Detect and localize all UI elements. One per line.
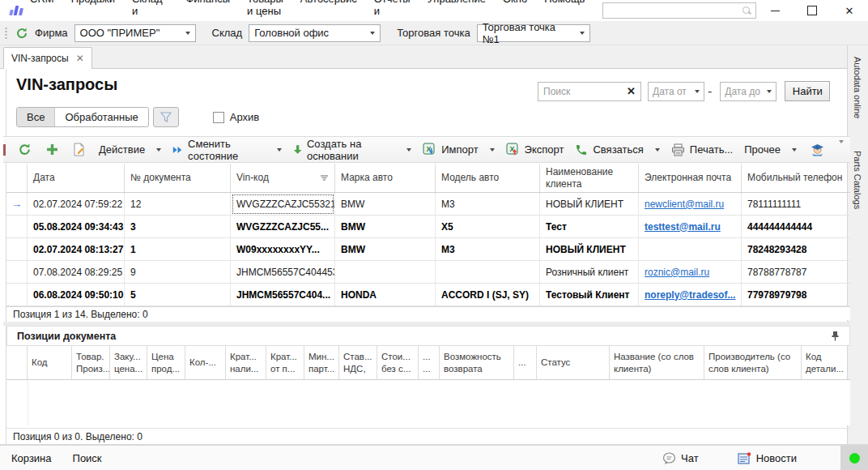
chevron-down-icon [277, 148, 282, 154]
table-row[interactable]: 06.08.2024 09:50:10 5 JHMCM56557C404... … [6, 284, 850, 306]
double-arrow-icon [172, 145, 183, 155]
tab-vin-requests[interactable]: VIN-запросы ✕ [3, 47, 92, 69]
warehouse-select[interactable]: Головной офис [249, 24, 381, 42]
status-bar: Корзина Поиск Чат Н [0, 446, 868, 470]
pos-col-mult-supplier[interactable]: Крат... от п... [266, 346, 304, 379]
table-row[interactable]: 07.08.2024 08:29:25 9 JHMCM56557C404453 … [6, 261, 850, 284]
change-state-dropdown[interactable]: Сменить состояние [167, 139, 287, 160]
toolbar-overflow-button[interactable] [832, 143, 844, 156]
tutor-button[interactable] [802, 139, 832, 160]
refresh-button[interactable] [11, 139, 39, 160]
col-model[interactable]: Модель авто [436, 164, 540, 192]
import-dropdown[interactable]: X Импорт [417, 139, 500, 160]
pos-col-code[interactable]: Код [28, 346, 72, 379]
date-to-picker[interactable]: Дата до [720, 82, 777, 101]
search-input[interactable]: Поиск ✕ [538, 82, 641, 101]
pos-col-min-batch[interactable]: Мин... парт... [304, 346, 339, 379]
email-link[interactable]: testtest@mail.ru [645, 221, 721, 233]
chat-label: Чат [681, 452, 699, 464]
cart-button[interactable]: Корзина [11, 452, 52, 464]
sidetab-autodata-online[interactable]: Autodata online [853, 57, 862, 118]
pos-col-status[interactable]: Статус [537, 346, 610, 379]
date-from-picker[interactable]: Дата от [648, 82, 704, 101]
tab-label: VIN-запросы [11, 53, 69, 64]
more-dropdown[interactable]: Прочее [738, 139, 802, 160]
state-filter-segment: Все Обработанные [16, 107, 149, 127]
positions-grid-header: Код Товар. Произ... Заку... цена... Цена… [6, 345, 850, 380]
tab-close-icon[interactable]: ✕ [76, 53, 84, 64]
pos-col-sale-price[interactable]: Цена прод... [147, 346, 185, 379]
pos-col-client-name-words[interactable]: Название (со слов клиента) [610, 346, 704, 379]
refresh-icon[interactable] [15, 27, 28, 40]
excel-export-icon: X [506, 143, 520, 156]
filter-processed-button[interactable]: Обработанные [55, 108, 147, 126]
application-window: CRM Продажи Склад и закупки Финансы Това… [0, 0, 868, 470]
col-client-name[interactable]: Наименование клиента [540, 164, 639, 192]
table-row[interactable]: 05.08.2024 09:34:43 3 WVGZZZCAZJC55... B… [6, 216, 850, 238]
col-mobile-phone[interactable]: Мобильный телефон [742, 164, 850, 192]
connection-status [840, 446, 868, 470]
archive-label: Архив [230, 111, 259, 123]
contact-dropdown[interactable]: Связаться [569, 139, 665, 160]
pos-col-client-manufacturer-words[interactable]: Производитель (со слов клиента) [704, 346, 802, 379]
col-email[interactable]: Электронная почта [639, 164, 742, 192]
menu-bar: CRM Продажи Склад и закупки Финансы Това… [0, 0, 868, 21]
pos-col-vat-rate[interactable]: Став... НДС, [339, 346, 377, 379]
toolbar-grip[interactable] [5, 27, 7, 40]
create-based-on-dropdown[interactable]: Создать на основании [287, 139, 418, 160]
outlet-select[interactable]: Торговая точка №1 [477, 24, 590, 42]
sidetab-parts-catalogs[interactable]: Parts Catalogs [853, 151, 862, 209]
printer-icon [671, 143, 685, 156]
col-brand[interactable]: Марка авто [335, 164, 436, 192]
more-label: Прочее [744, 143, 781, 156]
filter-all-button[interactable]: Все [17, 108, 55, 126]
pos-col-mult-avail[interactable]: Крат... нали... [226, 346, 266, 379]
chevron-down-icon [370, 32, 375, 37]
pos-col-misc2[interactable]: ... [514, 346, 537, 379]
find-button[interactable]: Найти [785, 81, 830, 101]
col-vin[interactable]: Vin-код [231, 164, 335, 192]
clear-search-icon[interactable]: ✕ [627, 85, 636, 97]
filter-applied-icon [320, 174, 329, 182]
email-link[interactable]: newclient@mail.ru [645, 199, 724, 210]
add-button[interactable] [39, 139, 66, 160]
pin-icon[interactable] [831, 331, 840, 341]
plus-icon [46, 143, 58, 156]
chevron-down-icon [406, 148, 411, 154]
pos-col-purchase-price[interactable]: Заку... цена... [110, 346, 147, 379]
col-doc-number[interactable]: № документа [125, 164, 231, 192]
row-indicator-header [6, 346, 28, 379]
export-button[interactable]: X Экспорт [500, 139, 570, 160]
global-search-input[interactable] [602, 2, 756, 19]
edit-button[interactable] [66, 139, 93, 160]
email-link[interactable]: roznic@mail.ru [645, 267, 709, 278]
table-row[interactable]: 02.07.2024 08:13:27 1 W09xxxxxxxxYY... B… [6, 238, 850, 261]
online-status-dot [849, 453, 860, 464]
pos-col-return-possible[interactable]: Возможность возврата [440, 346, 514, 379]
action-toolbar: Действие Сменить состояние Создать на ос… [3, 136, 850, 163]
pos-col-misc1[interactable]: ... ... [419, 346, 440, 379]
col-date[interactable]: Дата [28, 164, 125, 192]
pos-col-cost[interactable]: Стои... без с... [377, 346, 419, 379]
footer-search-button[interactable]: Поиск [73, 452, 102, 464]
email-link[interactable]: noreply@tradesof... [645, 289, 735, 301]
minimize-button[interactable] [756, 0, 794, 21]
maximize-button[interactable] [794, 0, 831, 21]
chat-button[interactable]: Чат [662, 452, 699, 464]
outlet-label: Торговая точка [397, 27, 470, 39]
pos-col-product[interactable]: Товар. Произ... [72, 346, 110, 379]
pos-col-qty[interactable]: Кол-... [185, 346, 226, 379]
filter-button[interactable] [153, 107, 179, 127]
pos-col-part-code[interactable]: Код детали... [802, 346, 850, 379]
warehouse-label: Склад [212, 27, 243, 39]
action-dropdown[interactable]: Действие [93, 139, 167, 160]
firm-select[interactable]: ООО "ПРИМЕР" [74, 24, 196, 42]
print-button[interactable]: Печать... [666, 139, 738, 160]
chevron-down-icon [695, 90, 700, 96]
focused-cell[interactable]: WVGZZZCAZJC553212 [231, 193, 335, 216]
table-row[interactable]: → 02.07.2024 07:59:22 12 WVGZZZCAZJC5532… [6, 193, 850, 216]
news-button[interactable]: Новости [738, 452, 797, 464]
close-button[interactable]: ✕ [831, 0, 868, 21]
chevron-down-icon [490, 148, 495, 154]
archive-checkbox[interactable] [213, 112, 224, 123]
